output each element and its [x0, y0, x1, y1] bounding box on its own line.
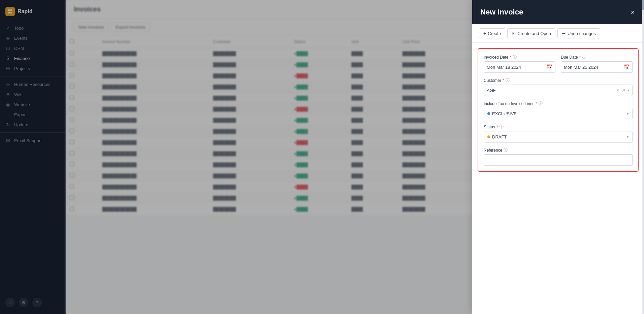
- customer-info-icon[interactable]: ⓘ: [506, 77, 510, 83]
- customer-external-link-icon[interactable]: ↗: [622, 88, 625, 93]
- customer-required: *: [503, 78, 504, 83]
- drawer-title: New Invoice: [480, 8, 523, 17]
- invoiced-date-label: Invoiced Date * ⓘ: [484, 54, 555, 60]
- due-date-label: Due Date * ⓘ: [561, 54, 633, 60]
- include-tax-label: Include Tax on Invoice Lines * ⓘ: [484, 101, 633, 106]
- customer-label: Customer * ⓘ: [484, 77, 633, 83]
- create-and-open-button[interactable]: ⊡ Create and Open: [507, 28, 555, 38]
- customer-actions: ✕ ↗ ▾: [616, 88, 630, 93]
- include-tax-select[interactable]: EXCLUSIVE ▾: [484, 108, 633, 119]
- close-button[interactable]: ×: [629, 7, 636, 17]
- drawer-header: New Invoice ×: [472, 0, 644, 24]
- invoiced-date-group: Invoiced Date * ⓘ 📅: [484, 54, 555, 73]
- reference-group: Reference ⓘ: [484, 147, 633, 166]
- status-select[interactable]: DRAFT ▾: [484, 131, 633, 143]
- due-date-info-icon[interactable]: ⓘ: [582, 54, 586, 60]
- calendar-icon-invoiced[interactable]: 📅: [547, 64, 552, 70]
- reference-label: Reference ⓘ: [484, 147, 633, 153]
- drawer-toolbar: + Create ⊡ Create and Open ↩ Undo change…: [472, 24, 644, 43]
- include-tax-value: EXCLUSIVE: [487, 111, 627, 116]
- status-group: Status * ⓘ DRAFT ▾: [484, 124, 633, 143]
- date-row: Invoiced Date * ⓘ 📅 Due Date *: [484, 54, 633, 73]
- reference-input[interactable]: [484, 154, 633, 166]
- status-info-icon[interactable]: ⓘ: [500, 124, 504, 130]
- customer-clear-icon[interactable]: ✕: [616, 88, 620, 93]
- customer-input-wrapper: ✕ ↗ ▾: [484, 85, 633, 96]
- customer-input[interactable]: [487, 88, 616, 93]
- status-select-actions: ▾: [627, 135, 629, 139]
- invoiced-date-input-wrapper: 📅: [484, 61, 555, 73]
- open-icon: ⊡: [512, 31, 516, 36]
- due-date-group: Due Date * ⓘ 📅: [561, 54, 633, 73]
- status-chevron-down-icon[interactable]: ▾: [627, 135, 629, 139]
- include-tax-info-icon[interactable]: ⓘ: [539, 101, 543, 106]
- due-date-input-wrapper: 📅: [561, 61, 633, 73]
- create-button[interactable]: + Create: [479, 28, 505, 38]
- status-value: DRAFT: [487, 134, 627, 139]
- drawer-scrollbar-thumb: [642, 0, 644, 10]
- due-date-required: *: [579, 55, 581, 60]
- calendar-icon-due[interactable]: 📅: [624, 64, 630, 70]
- reference-info-icon[interactable]: ⓘ: [504, 147, 508, 153]
- drawer-body: Invoiced Date * ⓘ 📅 Due Date *: [472, 43, 644, 314]
- tax-row: Include Tax on Invoice Lines * ⓘ EXCLUSI…: [484, 101, 633, 119]
- customer-row: Customer * ⓘ ✕ ↗ ▾: [484, 77, 633, 96]
- tax-chevron-down-icon[interactable]: ▾: [627, 112, 629, 116]
- status-label: Status * ⓘ: [484, 124, 633, 130]
- invoiced-date-info-icon[interactable]: ⓘ: [513, 54, 517, 60]
- plus-icon: +: [483, 31, 486, 36]
- customer-group: Customer * ⓘ ✕ ↗ ▾: [484, 77, 633, 96]
- undo-icon: ↩: [562, 31, 566, 36]
- invoice-form-section: Invoiced Date * ⓘ 📅 Due Date *: [478, 48, 639, 172]
- undo-changes-button[interactable]: ↩ Undo changes: [557, 28, 600, 38]
- invoiced-date-required: *: [510, 55, 511, 60]
- customer-chevron-down-icon[interactable]: ▾: [627, 88, 630, 93]
- include-tax-group: Include Tax on Invoice Lines * ⓘ EXCLUSI…: [484, 101, 633, 119]
- due-date-input[interactable]: [564, 65, 624, 70]
- tax-select-actions: ▾: [627, 112, 629, 116]
- draft-dot: [487, 135, 490, 138]
- reference-row: Reference ⓘ: [484, 147, 633, 166]
- invoiced-date-input[interactable]: [487, 65, 547, 70]
- status-required: *: [496, 125, 498, 129]
- new-invoice-drawer: New Invoice × + Create ⊡ Create and Open…: [472, 0, 644, 314]
- status-row: Status * ⓘ DRAFT ▾: [484, 124, 633, 143]
- exclusive-dot: [487, 112, 490, 115]
- drawer-scrollbar[interactable]: [642, 0, 644, 314]
- include-tax-required: *: [536, 101, 538, 106]
